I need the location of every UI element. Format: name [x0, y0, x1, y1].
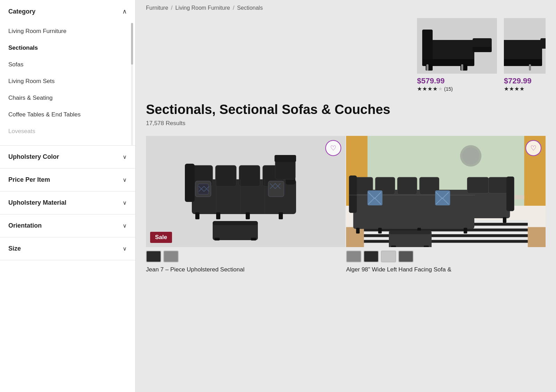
svg-rect-26: [268, 181, 284, 197]
svg-rect-61: [506, 177, 514, 211]
product-card-jean[interactable]: ♡ Sale: [146, 136, 345, 277]
upholstery-material-label: Upholstery Material: [8, 199, 66, 206]
svg-rect-50: [364, 234, 528, 237]
top-product-strip: $579.99 ★ ★ ★ ★ ★ (15): [136, 11, 556, 96]
category-item-coffee-tables[interactable]: Coffee Tables & End Tables: [8, 106, 127, 123]
product-img-alger: ♡: [346, 136, 546, 247]
star-2-2: ★: [509, 85, 514, 92]
svg-point-43: [462, 147, 479, 164]
svg-rect-22: [275, 160, 295, 179]
svg-rect-72: [391, 246, 396, 247]
swatch-alger-3[interactable]: [381, 251, 396, 262]
svg-rect-37: [251, 238, 256, 240]
svg-rect-8: [461, 64, 463, 71]
size-chevron: ∨: [123, 245, 127, 252]
top-product-reviews-1: (15): [444, 86, 453, 92]
top-product-stars-2: ★ ★ ★ ★: [504, 85, 524, 92]
svg-rect-7: [426, 64, 428, 71]
swatch-dark-1[interactable]: [146, 251, 161, 262]
svg-rect-68: [464, 228, 467, 233]
svg-rect-30: [195, 212, 199, 219]
category-item-sectionals[interactable]: Sectionals: [8, 40, 127, 56]
breadcrumb: Furniture / Living Room Furniture / Sect…: [136, 0, 556, 11]
category-item-loveseats[interactable]: Loveseats: [8, 123, 127, 140]
wishlist-button-alger[interactable]: ♡: [525, 140, 541, 156]
swatch-alger-1[interactable]: [346, 251, 361, 262]
top-product-card-2[interactable]: $729.99 ★ ★ ★ ★: [504, 18, 546, 92]
page-heading: Sectionals, Sectional Sofas & Couches 17…: [136, 96, 556, 130]
svg-rect-14: [529, 64, 531, 71]
top-product-price-2: $729.99: [504, 76, 532, 85]
filter-upholstery-color: Upholstery Color ∨: [0, 146, 135, 169]
price-per-item-header[interactable]: Price Per Item ∨: [0, 169, 135, 191]
top-product-stars-1: ★ ★ ★ ★ ★ (15): [417, 85, 453, 92]
breadcrumb-sep-1: /: [171, 5, 172, 11]
category-item-chairs[interactable]: Chairs & Seating: [8, 90, 127, 106]
stars-row-2: ★ ★ ★ ★: [504, 85, 524, 92]
filter-upholstery-material: Upholstery Material ∨: [0, 191, 135, 214]
sidebar: Category ∧ Living Room Furniture Section…: [0, 0, 136, 392]
svg-rect-51: [364, 240, 528, 243]
svg-rect-1: [422, 30, 433, 61]
upholstery-material-chevron: ∨: [123, 199, 127, 206]
star-1-2: ★: [422, 85, 427, 92]
category-item-living-room-sets[interactable]: Living Room Sets: [8, 73, 127, 90]
star-1-5: ★: [438, 85, 443, 92]
svg-rect-32: [246, 212, 250, 219]
svg-rect-20: [185, 164, 195, 202]
category-section: Category ∧ Living Room Furniture Section…: [0, 0, 135, 146]
svg-rect-36: [214, 238, 220, 240]
star-2-3: ★: [514, 85, 519, 92]
wishlist-button-jean[interactable]: ♡: [325, 140, 341, 156]
top-product-card-1[interactable]: $579.99 ★ ★ ★ ★ ★ (15): [417, 18, 497, 92]
size-header[interactable]: Size ∨: [0, 237, 135, 260]
alger-product-name: Alger 98" Wide Left Hand Facing Sofa &: [346, 266, 546, 273]
breadcrumb-sectionals[interactable]: Sectionals: [237, 5, 263, 11]
product-grid: ♡ Sale: [136, 130, 556, 283]
svg-rect-23: [275, 155, 296, 162]
product-card-alger[interactable]: ♡: [346, 136, 546, 277]
svg-rect-59: [467, 177, 489, 193]
svg-rect-31: [216, 212, 220, 219]
svg-rect-66: [378, 228, 382, 233]
upholstery-color-label: Upholstery Color: [8, 153, 59, 161]
svg-rect-4: [473, 47, 492, 52]
scrollbar-thumb[interactable]: [131, 23, 133, 65]
star-1-1: ★: [417, 85, 422, 92]
category-item-sofas[interactable]: Sofas: [8, 56, 127, 73]
svg-rect-17: [215, 165, 236, 186]
upholstery-color-chevron: ∨: [123, 154, 127, 160]
filter-size: Size ∨: [0, 237, 135, 260]
filter-orientation: Orientation ∨: [0, 214, 135, 237]
top-sofa-svg-1: [419, 19, 495, 73]
scrollbar-track: [131, 23, 133, 145]
swatch-alger-2[interactable]: [363, 251, 379, 262]
top-product-price-1: $579.99: [417, 76, 445, 85]
svg-rect-49: [364, 228, 528, 231]
alger-sofa-svg: [346, 136, 546, 247]
orientation-header[interactable]: Orientation ∨: [0, 214, 135, 237]
heart-icon-alger: ♡: [530, 144, 537, 152]
top-product-img-1: [417, 18, 497, 74]
svg-rect-11: [504, 59, 542, 66]
swatch-alger-4[interactable]: [398, 251, 414, 262]
svg-rect-12: [540, 38, 546, 49]
page-title: Sectionals, Sectional Sofas & Couches: [146, 103, 546, 117]
breadcrumb-furniture[interactable]: Furniture: [146, 5, 168, 11]
breadcrumb-living-room[interactable]: Living Room Furniture: [175, 5, 230, 11]
swatch-gray-1[interactable]: [163, 251, 179, 262]
upholstery-color-header[interactable]: Upholstery Color ∨: [0, 146, 135, 168]
svg-rect-18: [239, 165, 260, 186]
filter-price-per-item: Price Per Item ∨: [0, 169, 135, 191]
jean-product-name: Jean 7 – Piece Upholstered Sectional: [146, 266, 345, 273]
top-sofa-svg-2: [504, 19, 546, 73]
svg-rect-57: [349, 175, 357, 213]
category-header[interactable]: Category ∧: [0, 0, 135, 23]
breadcrumb-sep-2: /: [233, 5, 234, 11]
price-per-item-label: Price Per Item: [8, 176, 50, 183]
price-per-item-chevron: ∨: [123, 177, 127, 183]
jean-swatches: [146, 247, 345, 264]
category-item-living-room[interactable]: Living Room Furniture: [8, 23, 127, 40]
upholstery-material-header[interactable]: Upholstery Material ∨: [0, 191, 135, 214]
category-list: Living Room Furniture Sectionals Sofas L…: [0, 23, 135, 145]
